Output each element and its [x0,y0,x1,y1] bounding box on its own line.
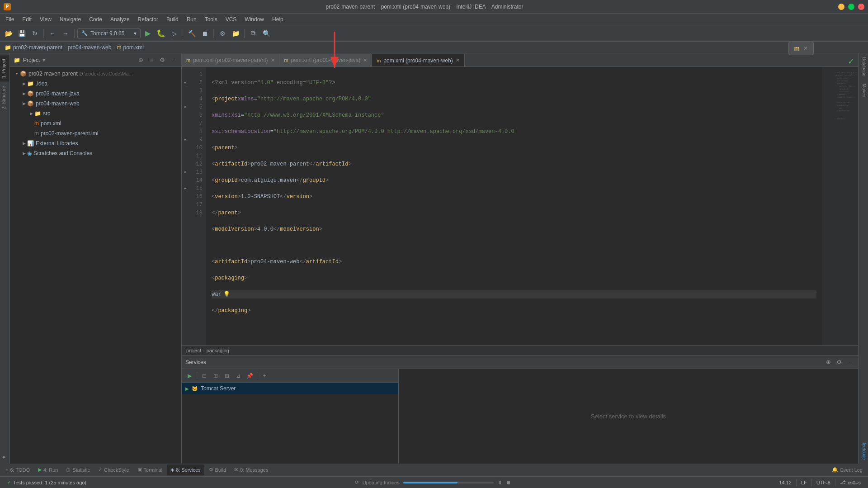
debug-button[interactable]: 🐛 [155,28,167,39]
tree-item-pro04[interactable]: ▶ 📦 pro04-maven-web [10,99,181,109]
folder-button[interactable]: 📁 [230,28,241,39]
minimize-button[interactable] [838,4,844,10]
tab1-close[interactable]: ✕ [271,57,275,63]
services-toolbar: ▶ ⊟ ⊞ ⊞ ⊿ 📌 + [182,369,398,383]
tab-statistic[interactable]: ◷ Statistic [62,464,94,475]
database-tab[interactable]: Database [859,53,868,80]
status-line-ending[interactable]: LF [797,480,811,485]
services-hide[interactable]: − [845,358,854,367]
status-encoding[interactable]: UTF-8 [813,480,834,485]
maven-tab[interactable]: Maven [859,80,868,101]
menu-edit[interactable]: Edit [19,15,35,24]
status-git[interactable]: ⎇ cs0=s [836,479,864,485]
sync-button[interactable]: ↻ [29,28,41,39]
tree-item-iml[interactable]: ▶ m pro02-maven-parent.iml [10,128,181,138]
stop-button[interactable]: ⏹ [199,28,211,39]
close-button[interactable] [858,4,864,10]
settings-button[interactable]: ⚙ [217,28,228,39]
back-button[interactable]: ← [47,28,58,39]
menu-tools[interactable]: Tools [201,15,221,24]
tab-pom-web[interactable]: m pom.xml (pro04-maven-web) ✕ [372,54,465,66]
tab-terminal[interactable]: ▣ Terminal [134,464,166,475]
tab-pom-java[interactable]: m pom.xml (pro03-maven-java) ✕ [280,54,373,66]
tree-item-extlib[interactable]: ▶ 📊 External Libraries [10,138,181,148]
services-add[interactable]: ⊕ [824,358,833,367]
locate-button[interactable]: ⊕ [136,56,145,65]
service-tomcat[interactable]: ▶ 🐱 Tomcat Server [182,383,398,394]
svc-expand[interactable]: ⊞ [211,371,221,381]
tree-item-root[interactable]: ▾ 📦 pro02-maven-parent D:\code\JavaCode\… [10,69,181,79]
svc-run[interactable]: ▶ [184,371,194,381]
menu-view[interactable]: View [36,15,55,24]
editor-status-breadcrumb: project › packaging [182,345,858,355]
fold-15[interactable]: ▾ [184,185,186,193]
tab3-close[interactable]: ✕ [456,57,460,63]
progress-pause[interactable]: ⏸ [497,480,502,485]
forward-button[interactable]: → [60,28,71,39]
breadcrumb-file[interactable]: pom.xml [123,44,143,51]
fold-5[interactable]: ▾ [184,103,186,111]
tree-item-pom[interactable]: ▶ m pom.xml [10,118,181,128]
menu-code[interactable]: Code [85,15,106,24]
coverage-button[interactable]: ▷ [168,28,180,39]
tab-todo[interactable]: ≡ 6: TODO [2,464,33,475]
run-button[interactable]: ▶ [142,28,154,39]
tab-checkstyle[interactable]: ✓ CheckStyle [94,464,133,475]
search-button[interactable]: 🔍 [260,28,272,39]
status-tests[interactable]: ✓ Tests passed: 1 (25 minutes ago) [4,477,90,488]
tab-build[interactable]: ⚙ Build [205,464,230,475]
status-project[interactable]: project [186,348,201,353]
run-config-selector[interactable]: 🔧 Tomcat 9.0.65 ▾ [77,28,141,38]
svc-sep1 [197,372,197,379]
project-hide[interactable]: − [169,56,178,65]
structure-tab[interactable]: 2: Structure [0,82,9,113]
tab-run[interactable]: ▶ 4: Run [34,464,61,475]
breadcrumb-root[interactable]: pro02-maven-parent [13,44,62,51]
scroll-from-source[interactable]: ≡ [147,56,156,65]
status-time[interactable]: 14:12 [775,480,795,485]
progress-stop[interactable]: ⏹ [506,480,511,485]
services-settings[interactable]: ⚙ [835,358,844,367]
save-button[interactable]: 💾 [16,28,28,39]
tab2-close[interactable]: ✕ [363,57,367,63]
build-button[interactable]: 🔨 [186,28,198,39]
project-tab[interactable]: 1: Project [0,55,9,81]
svc-filter[interactable]: ⊿ [233,371,243,381]
svc-pin[interactable]: 📌 [245,371,255,381]
split-view-button[interactable]: ⧉ [247,28,259,39]
menu-run[interactable]: Run [183,15,200,24]
menu-refactor[interactable]: Refactor [134,15,162,24]
menu-window[interactable]: Window [241,15,268,24]
breadcrumb-module[interactable]: pro04-maven-web [68,44,112,51]
gutter-10 [182,144,188,152]
leetcode-tab[interactable]: leetcode [859,439,868,464]
status-packaging[interactable]: packaging [207,348,229,353]
pro04-label: pro04-maven-web [36,100,80,107]
tree-item-src[interactable]: ▶ 📁 src [10,109,181,118]
menu-analyze[interactable]: Analyze [107,15,133,24]
menu-vcs[interactable]: VCS [222,15,241,24]
code-editor[interactable]: <?xml version="1.0" encoding="UTF-8"?> <… [206,67,822,345]
tab-pom-parent[interactable]: m pom.xml (pro02-maven-parent) ✕ [182,54,280,66]
menu-navigate[interactable]: Navigate [56,15,85,24]
svc-collapse[interactable]: ⊟ [199,371,209,381]
fold-2[interactable]: ▾ [184,79,186,87]
tree-item-idea[interactable]: ▶ 📁 .idea [10,79,181,89]
svc-layout[interactable]: ⊞ [222,371,232,381]
fold-9[interactable]: ▾ [184,136,186,144]
notification-close[interactable]: ✕ [803,45,808,52]
tab-services[interactable]: ◈ 8: Services [167,464,204,475]
maximize-button[interactable] [848,4,854,10]
tree-item-pro03[interactable]: ▶ 📦 pro03-maven-java [10,89,181,99]
open-button[interactable]: 📂 [3,28,14,39]
tab-event-log[interactable]: 🔔 Event Log [828,464,866,475]
tab-messages[interactable]: ✉ 0: Messages [231,464,272,475]
fold-13[interactable]: ▾ [184,168,186,176]
project-settings[interactable]: ⚙ [158,56,167,65]
favorites-tab[interactable]: ★ [0,451,9,464]
tree-item-scratches[interactable]: ▶ ◉ Scratches and Consoles [10,148,181,158]
menu-file[interactable]: File [2,15,18,24]
menu-help[interactable]: Help [269,15,287,24]
menu-build[interactable]: Build [163,15,182,24]
svc-add-new[interactable]: + [259,371,269,381]
